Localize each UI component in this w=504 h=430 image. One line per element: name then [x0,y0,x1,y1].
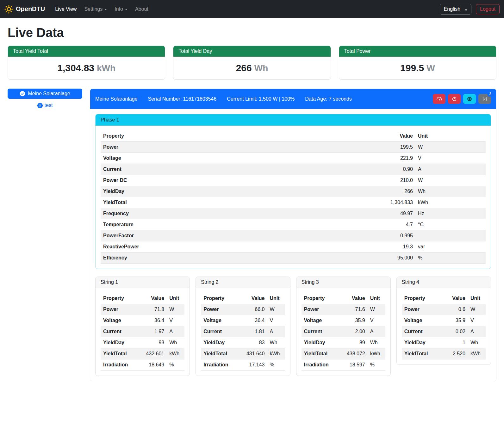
card-value: 199.5 [400,63,424,73]
logout-button[interactable]: Logout [476,4,500,14]
cpu-icon [467,96,472,102]
property-value: 36.4 [140,315,167,326]
nav-item-settings[interactable]: Settings [80,4,111,15]
property-unit: var [415,241,486,252]
table-row: Frequency 49.97 Hz [101,208,486,219]
property-name: Current [101,326,140,337]
inverter-item-test[interactable]: test [8,103,82,108]
col-header-unit: Unit [415,131,486,142]
property-unit: A [368,326,385,337]
table-row: Temperature 4.7 °C [101,219,486,230]
property-name: Current [402,326,441,337]
event-count-badge: 2 [487,91,493,97]
property-value: 35.9 [341,315,368,326]
property-value: 0.02 [441,326,468,337]
x-circle-icon [37,103,43,108]
card-unit: kWh [97,63,115,73]
card-unit: W [426,63,435,73]
navbar: OpenDTU Live View Settings Info About En… [0,0,504,18]
property-name: Power [302,304,341,315]
property-value: 95.000 [368,252,415,264]
power-button[interactable] [448,94,461,104]
table-row: ReactivePower 19.3 var [101,241,486,252]
table-row: Power 0.6 W [402,304,486,315]
property-unit: kWh [167,348,184,359]
property-unit: W [415,142,486,153]
table-row: Irradiation 18.597 % [302,359,385,371]
property-value: 35.9 [441,315,468,326]
inverter-item-label: test [45,103,53,108]
col-header-unit: Unit [167,293,184,304]
inverter-select-label: Meine Solaranlage [28,91,70,97]
col-header-value: Value [140,293,167,304]
total-power-card: Total Power 199.5W [339,46,496,80]
table-row: Irradiation 17.143 % [201,359,285,371]
col-header-property: Property [201,293,240,304]
table-row: Current 2.00 A [302,326,385,337]
property-value: 49.97 [368,208,415,219]
property-value: 199.5 [368,142,415,153]
phase-card-title: Phase 1 [96,114,491,126]
table-header-row: Property Value Unit [302,293,385,304]
phase-table: Property Value Unit Power [101,131,486,264]
inverter-name: Meine Solaranlage [95,96,137,102]
table-row: Power 199.5 W [101,142,486,153]
events-button[interactable]: 2 [478,94,491,104]
nav-item-live-view[interactable]: Live View [51,4,80,15]
property-value: 266 [368,186,415,197]
inverter-select-button[interactable]: Meine Solaranlage [8,89,82,99]
property-value: 17.143 [241,359,267,371]
total-yield-total-card: Total Yield Total 1,304.83kWh [8,46,165,80]
card-unit: Wh [254,63,268,73]
property-value: 0.90 [368,164,415,175]
table-row: YieldDay 89 Wh [302,337,385,348]
property-unit: Wh [468,337,486,348]
card-value: 266 [236,63,252,73]
property-unit: Wh [167,337,184,348]
table-row: Current 1.81 A [201,326,285,337]
property-unit [415,230,486,241]
property-name: Voltage [402,315,441,326]
brand-label: OpenDTU [16,5,45,13]
property-value: 431.640 [241,348,267,359]
property-name: YieldDay [101,337,140,348]
nav-item-info[interactable]: Info [111,4,131,15]
string-card-title: String 1 [96,277,190,288]
property-unit: % [167,359,184,371]
string-2-card: String 2 Property Value Unit [196,277,290,376]
table-row: PowerFactor 0.995 [101,230,486,241]
inverter-panel: Meine Solaranlage Serial Number: 1161716… [90,89,496,381]
language-select[interactable]: English [440,4,471,15]
table-row: YieldTotal 432.601 kWh [101,348,184,359]
table-row: Irradiation 18.649 % [101,359,184,371]
nav-item-about[interactable]: About [131,4,152,15]
property-unit: kWh [267,348,285,359]
property-value: 18.597 [341,359,368,371]
journal-icon [482,97,487,102]
table-row: Power DC 210.0 W [101,175,486,186]
property-name: Voltage [201,315,240,326]
nav-item-label: Settings [84,6,103,12]
card-value: 1,304.83 [57,63,94,73]
property-value: 432.601 [140,348,167,359]
property-unit: A [167,326,184,337]
property-value: 2.520 [441,348,468,359]
brand[interactable]: OpenDTU [4,5,45,14]
property-unit: kWh [468,348,486,359]
property-name: Power [101,304,140,315]
phase-card: Phase 1 Property Value Unit [95,114,491,269]
property-name: YieldDay [101,186,368,197]
card-title: Total Yield Day [173,46,330,57]
property-value: 438.072 [341,348,368,359]
table-row: YieldTotal 431.640 kWh [201,348,285,359]
string-table: Property Value Unit Power [201,293,285,371]
string-card-title: String 4 [397,277,491,288]
device-info-button[interactable] [463,94,476,104]
table-row: YieldDay 93 Wh [101,337,184,348]
property-unit: W [368,304,385,315]
strings-grid: String 1 Property Value Unit [95,277,491,376]
table-row: Voltage 36.4 V [201,315,285,326]
property-unit: V [415,153,486,164]
limit-settings-button[interactable] [433,94,445,104]
property-name: Frequency [101,208,368,219]
